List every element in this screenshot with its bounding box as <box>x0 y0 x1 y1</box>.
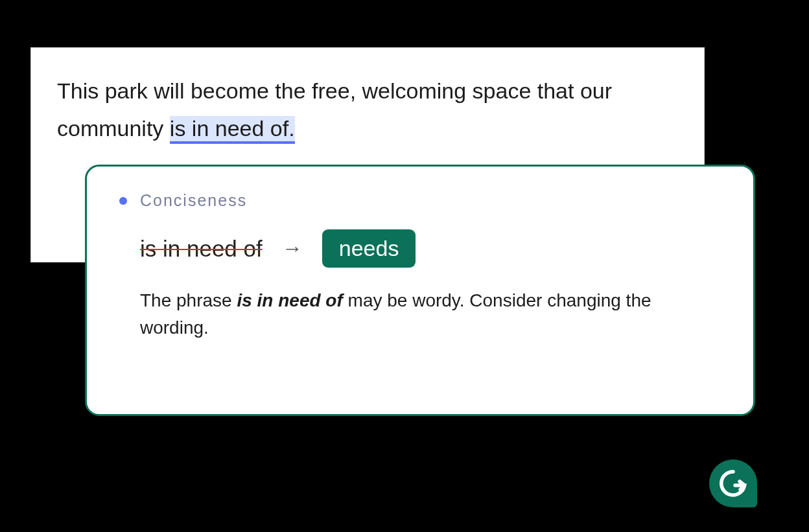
explanation-prefix: The phrase <box>140 290 237 310</box>
suggestion-card: Conciseness is in need of → needs The ph… <box>85 165 755 416</box>
suggestion-row: is in need of → needs <box>119 229 721 268</box>
explanation-emphasis: is in need of <box>237 290 342 310</box>
grammarly-badge-button[interactable] <box>709 459 757 507</box>
replacement-suggestion-button[interactable]: needs <box>322 229 416 268</box>
grammarly-logo-icon <box>718 468 749 499</box>
editor-sentence[interactable]: This park will become the free, welcomin… <box>57 73 678 148</box>
category-label: Conciseness <box>140 191 247 210</box>
category-bullet-icon <box>119 197 127 205</box>
sentence-text: This park will become the free, welcomin… <box>57 78 612 141</box>
suggestion-explanation: The phrase is in need of may be wordy. C… <box>119 287 721 341</box>
suggestion-header: Conciseness <box>119 191 721 210</box>
arrow-right-icon: → <box>282 237 303 260</box>
original-phrase: is in need of <box>140 236 263 262</box>
highlighted-phrase[interactable]: is in need of. <box>170 116 295 144</box>
